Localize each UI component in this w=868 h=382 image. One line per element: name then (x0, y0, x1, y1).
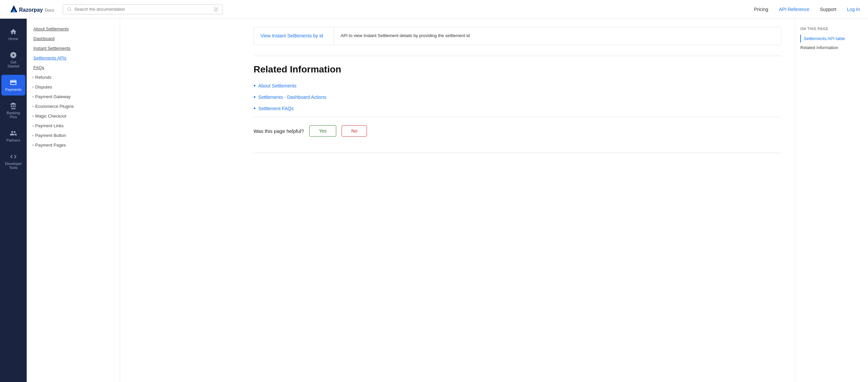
top-nav: Razorpay Docs / Pricing API Reference Su… (0, 0, 868, 19)
chevron-right-icon: » (32, 85, 34, 89)
chevron-right-icon: » (32, 114, 34, 118)
list-item: • Settlements - Dashboard Actions (253, 94, 781, 100)
nav-links: Pricing API Reference Support Log In (754, 7, 860, 12)
nav-faqs[interactable]: FAQs (27, 63, 120, 72)
nav-group-payment-pages[interactable]: » Payment Pages (27, 140, 120, 150)
nav-instant-settlements[interactable]: Instant Settlements (27, 43, 120, 53)
secondary-sidebar: About Settlements Dashboard Instant Sett… (27, 19, 120, 382)
search-icon (67, 7, 72, 12)
related-link-dashboard-actions[interactable]: Settlements - Dashboard Actions (258, 94, 326, 100)
nav-group-label: Magic Checkout (35, 114, 66, 119)
sidebar-item-label: Get Started (4, 60, 23, 68)
sidebar-item-label: Developer Tools (4, 161, 23, 170)
api-table-link-cell: View Instant Settlements by id (254, 27, 334, 45)
list-item: • Settlement FAQs (253, 106, 781, 112)
nav-about-settlements[interactable]: About Settlements (27, 24, 120, 34)
nav-group-payment-gateway[interactable]: » Payment Gateway (27, 92, 120, 101)
search-bar[interactable]: / (63, 4, 223, 14)
nav-group-disputes[interactable]: » Disputes (27, 82, 120, 92)
nav-group-label: Refunds (35, 75, 51, 80)
svg-text:Razorpay: Razorpay (19, 7, 43, 13)
svg-text:Docs: Docs (45, 8, 54, 13)
nav-group-label: Ecommerce Plugins (35, 104, 74, 109)
api-table-description: API to view Instant Settlement details b… (341, 33, 470, 38)
main-content: View Instant Settlements by id API to vi… (240, 19, 795, 382)
sidebar-item-label: Payments (5, 87, 22, 91)
nav-support[interactable]: Support (820, 7, 836, 12)
sidebar-item-banking-plus[interactable]: Banking Plus (1, 98, 25, 123)
on-this-page-title: ON THIS PAGE (800, 27, 863, 31)
home-icon (10, 28, 17, 35)
chevron-right-icon: » (32, 76, 34, 79)
toc-link-api-table[interactable]: Settlements API table (800, 35, 863, 42)
chevron-right-icon: » (32, 124, 34, 127)
chevron-right-icon: » (32, 134, 34, 137)
nav-group-label: Payment Pages (35, 143, 66, 148)
logo-link[interactable]: Razorpay Docs (8, 4, 55, 15)
nav-group-label: Payment Gateway (35, 94, 71, 99)
partners-icon (10, 129, 17, 137)
feedback-yes-button[interactable]: Yes (309, 125, 336, 137)
feedback-label: Was this page helpful? (253, 128, 304, 134)
left-sidebar: Home Get Started Payments Banking Plus P… (0, 19, 27, 382)
nav-api-reference[interactable]: API Reference (779, 7, 809, 12)
sidebar-item-partners[interactable]: Partners (1, 125, 25, 146)
sidebar-item-label: Banking Plus (4, 111, 23, 119)
sidebar-item-label: Partners (6, 138, 20, 142)
chevron-right-icon: » (32, 95, 34, 98)
nav-group-label: Payment Links (35, 123, 64, 128)
nav-group-label: Disputes (35, 85, 52, 89)
chevron-right-icon: » (32, 105, 34, 108)
nav-dashboard[interactable]: Dashboard (27, 34, 120, 43)
api-table-link[interactable]: View Instant Settlements by id (260, 33, 323, 38)
nav-pricing[interactable]: Pricing (754, 7, 768, 12)
right-sidebar: ON THIS PAGE Settlements API table Relat… (795, 19, 868, 382)
rocket-icon (10, 52, 17, 59)
related-link-faqs[interactable]: Settlement FAQs (258, 106, 293, 111)
search-shortcut: / (214, 7, 218, 12)
nav-group-refunds[interactable]: » Refunds (27, 72, 120, 82)
table-row: View Instant Settlements by id API to vi… (254, 27, 781, 45)
nav-group-payment-links[interactable]: » Payment Links (27, 121, 120, 130)
related-info-title: Related Information (253, 64, 781, 75)
feedback-section: Was this page helpful? Yes No (253, 117, 781, 145)
nav-group-ecommerce-plugins[interactable]: » Ecommerce Plugins (27, 101, 120, 111)
sidebar-item-get-started[interactable]: Get Started (1, 48, 25, 72)
bullet-icon: • (253, 94, 255, 100)
related-information-section: Related Information • About Settlements … (253, 64, 781, 112)
developer-icon (10, 153, 17, 160)
related-info-list: • About Settlements • Settlements - Dash… (253, 83, 781, 112)
api-table-desc-cell: API to view Instant Settlement details b… (334, 27, 781, 45)
sidebar-item-home[interactable]: Home (1, 24, 25, 45)
search-input[interactable] (74, 7, 211, 12)
sidebar-item-label: Home (8, 37, 18, 41)
layout: Home Get Started Payments Banking Plus P… (0, 19, 868, 382)
toc-link-related-info[interactable]: Related Information (800, 44, 863, 52)
nav-group-payment-button[interactable]: » Payment Button (27, 130, 120, 140)
related-link-about-settlements[interactable]: About Settlements (258, 83, 296, 88)
nav-group-label: Payment Button (35, 133, 66, 138)
nav-settlements-apis[interactable]: Settlements APIs (27, 53, 120, 63)
sidebar-item-developer-tools[interactable]: Developer Tools (1, 149, 25, 174)
api-table: View Instant Settlements by id API to vi… (253, 27, 781, 45)
chevron-right-icon: » (32, 143, 34, 147)
list-item: • About Settlements (253, 83, 781, 89)
banking-icon (10, 102, 17, 110)
sidebar-item-payments[interactable]: Payments (1, 75, 25, 95)
nav-group-magic-checkout[interactable]: » Magic Checkout (27, 111, 120, 121)
section-divider (253, 56, 781, 56)
bullet-icon: • (253, 106, 255, 112)
nav-login[interactable]: Log In (847, 7, 860, 12)
feedback-no-button[interactable]: No (342, 125, 367, 137)
bottom-divider (253, 153, 781, 153)
bullet-icon: • (253, 83, 255, 89)
payments-icon (10, 79, 17, 86)
